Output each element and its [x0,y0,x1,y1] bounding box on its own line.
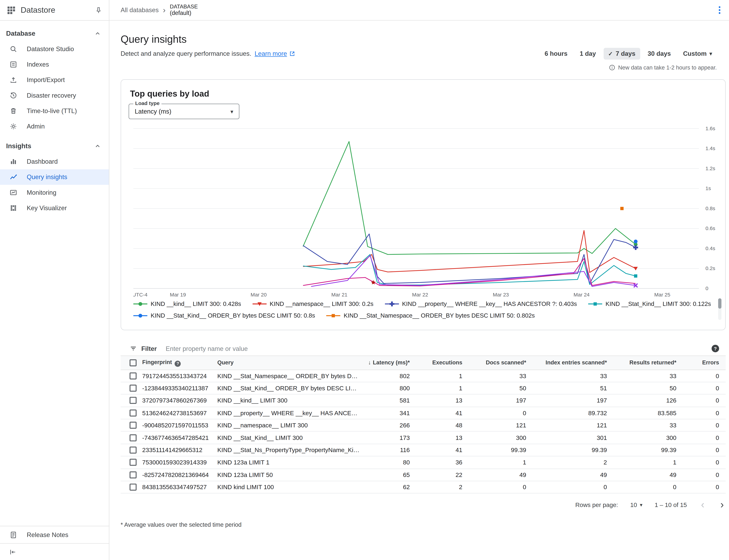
sidebar-item-indexes[interactable]: Indexes [0,57,109,72]
time-range-6-hours[interactable]: 6 hours [540,48,572,60]
table-row[interactable]: -1238449335340211387KIND __Stat_Kind__ O… [121,382,726,394]
section-insights[interactable]: Insights [0,138,109,154]
legend-item-kind-stat-kind-limit-300[interactable]: KIND __Stat_Kind__ LIMIT 300: 0.122s [588,300,711,307]
time-range-7-days[interactable]: ✓7 days [604,48,640,60]
table-row[interactable]: -8257247820821369464KIND 123a LIMIT 5065… [121,469,726,481]
table-row[interactable]: -9004852071597011553KIND __namespace__ L… [121,419,726,431]
cell-errors: 0 [683,431,726,444]
history-icon [9,91,17,100]
row-checkbox[interactable] [130,471,137,478]
svg-text:1s: 1s [705,185,711,191]
column-header-index-entries-scanned[interactable]: Index entries scanned* [533,356,614,370]
column-header-errors[interactable]: Errors [683,356,726,370]
cell-docs-scanned: 49 [469,469,533,481]
row-checkbox[interactable] [130,484,137,491]
cell-errors: 0 [683,469,726,481]
rows-per-page-value: 10 [630,501,637,508]
section-database[interactable]: Database [0,25,109,41]
sidebar-header: Datastore [0,0,109,21]
table-row[interactable]: 5136246242738153697KIND __property__ WHE… [121,407,726,419]
row-checkbox[interactable] [130,397,137,404]
table-row[interactable]: -7436774636547285421KIND __Stat_Kind__ L… [121,431,726,444]
svg-text:0.8s: 0.8s [705,206,715,211]
cell-fingerprint: -7436774636547285421 [141,431,217,444]
table-row[interactable]: 3720797347860267369KIND __kind__ LIMIT 3… [121,394,726,407]
column-header-fingerprint[interactable]: Fingerprint? [141,356,217,370]
learn-more-link[interactable]: Learn more [255,50,287,57]
legend-marker-icon [252,301,266,307]
legend-item-kind-kind-limit-300[interactable]: KIND __kind__ LIMIT 300: 0.428s [133,300,241,307]
cell-query: KIND __kind__ LIMIT 300 [217,394,368,407]
sidebar-item-ttl[interactable]: Time-to-live (TTL) [0,103,109,119]
info-icon [609,64,615,71]
row-checkbox[interactable] [130,459,137,466]
sidebar-item-query-insights[interactable]: Query insights [0,169,109,185]
table-row[interactable]: 233511141429665312KIND __Stat_Ns_Propert… [121,444,726,456]
column-header-query[interactable]: Query [217,356,368,370]
cell-index-entries-scanned: 301 [533,431,614,444]
cell-index-entries-scanned: 33 [533,370,614,382]
collapse-sidebar-button[interactable] [0,543,109,560]
cell-docs-scanned: 121 [469,419,533,431]
sidebar-item-disaster-recovery[interactable]: Disaster recovery [0,88,109,103]
column-help-icon[interactable]: ? [175,360,181,367]
rows-per-page-select[interactable]: 10 ▾ [630,501,643,508]
select-all-checkbox[interactable] [130,359,137,366]
svg-text:0.4s: 0.4s [705,246,715,251]
table-row[interactable]: 8438135563347497527KIND kind LIMIT 10062… [121,481,726,493]
sidebar-item-datastore-studio[interactable]: Datastore Studio [0,41,109,57]
queries-table: Fingerprint?Query↓Latency (ms)*Execution… [121,356,726,494]
legend-item-kind-stat-namespace-order-by-bytes-desc-[interactable]: KIND __Stat_Namespace__ ORDER_BY bytes D… [326,312,535,319]
sidebar-item-label: Query insights [27,174,67,181]
table-row[interactable]: 7917244535513343724KIND __Stat_Namespace… [121,370,726,382]
legend-item-kind-namespace-limit-300[interactable]: KIND __namespace__ LIMIT 300: 0.2s [252,300,374,307]
table-row[interactable]: 7530001593023914339KIND 123a LIMIT 18036… [121,456,726,469]
legend-item-kind-stat-kind-order-by-bytes-desc-limit[interactable]: KIND __Stat_Kind__ ORDER_BY bytes DESC L… [133,312,315,319]
next-page-button[interactable]: › [719,500,726,510]
row-checkbox[interactable] [130,385,137,392]
breadcrumb-all-databases[interactable]: All databases [121,7,159,14]
sidebar-item-label: Dashboard [27,158,58,165]
page-subtitle: Detect and analyze query performance iss… [121,50,251,57]
legend-marker-icon [326,313,340,318]
row-checkbox[interactable] [130,372,137,379]
row-checkbox[interactable] [130,434,137,441]
more-options-icon[interactable] [719,6,721,14]
row-checkbox[interactable] [130,409,137,416]
svg-text:0: 0 [705,285,708,291]
time-range-30-days[interactable]: 30 days [643,48,676,60]
previous-page-button[interactable]: ‹ [699,500,706,510]
cell-index-entries-scanned: 197 [533,394,614,407]
column-header-executions[interactable]: Executions [416,356,469,370]
cell-results-returned: 50 [614,382,683,394]
svg-text:Mar 21: Mar 21 [331,292,347,297]
column-header-latency-ms[interactable]: ↓Latency (ms)* [368,356,416,370]
sidebar-item-dashboard[interactable]: Dashboard [0,154,109,169]
time-range-custom[interactable]: Custom▾ [678,48,717,60]
sidebar-item-key-visualizer[interactable]: Key Visualizer [0,200,109,216]
cell-results-returned: 126 [614,394,683,407]
table-footnote: * Average values over the selected time … [121,522,729,528]
sidebar-item-monitoring[interactable]: Monitoring [0,185,109,200]
sidebar-item-import-export[interactable]: Import/Export [0,72,109,88]
column-header-results-returned[interactable]: Results returned* [614,356,683,370]
column-header-docs-scanned[interactable]: Docs scanned* [469,356,533,370]
row-checkbox[interactable] [130,422,137,429]
external-link-icon [289,51,295,57]
cell-fingerprint: 7530001593023914339 [141,456,217,469]
cell-latency-ms: 800 [368,382,416,394]
load-type-select[interactable]: Load type Latency (ms) ▾ [129,104,239,119]
legend-scrollbar-thumb[interactable] [718,298,721,309]
filter-input[interactable] [161,345,707,352]
sidebar-item-admin[interactable]: Admin [0,119,109,134]
pin-icon[interactable] [95,6,102,14]
help-icon[interactable]: ? [712,345,719,352]
legend-label: KIND __property__ WHERE __key__ HAS ANCE… [402,300,577,307]
time-range-1-day[interactable]: 1 day [575,48,601,60]
breadcrumb-database-name: DATABASE [170,3,198,10]
cell-executions: 48 [416,419,469,431]
row-checkbox[interactable] [130,447,137,454]
legend-item-kind-property-where-key-has-ancestor[interactable]: KIND __property__ WHERE __key__ HAS ANCE… [385,300,577,307]
release-notes-link[interactable]: Release Notes [0,526,109,543]
cell-executions: 36 [416,456,469,469]
